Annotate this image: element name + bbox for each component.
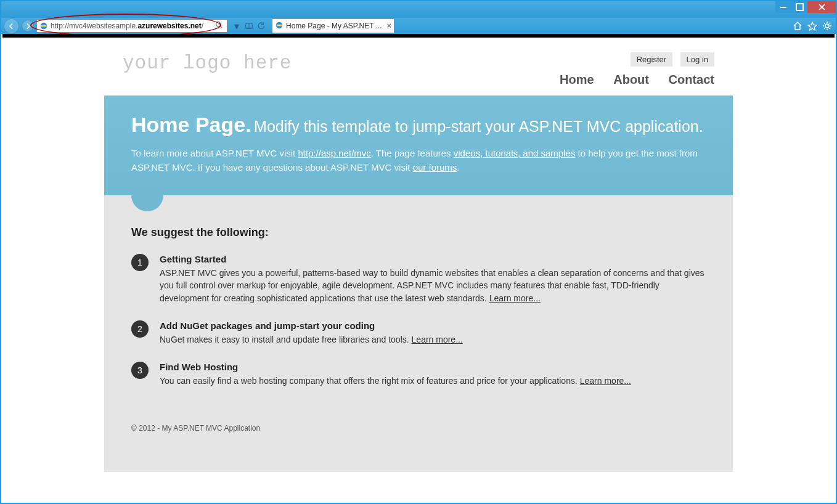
- ie-icon: [39, 22, 48, 30]
- browser-toolbar: http://mvc4websitesample.azurewebsites.n…: [1, 18, 836, 34]
- svg-point-4: [825, 24, 829, 28]
- hero-paragraph: To learn more about ASP.NET MVC visit ht…: [131, 147, 698, 174]
- window-close-button[interactable]: [807, 1, 836, 13]
- learn-more-link[interactable]: Learn more...: [489, 293, 541, 303]
- register-link[interactable]: Register: [631, 52, 672, 67]
- forward-button[interactable]: [22, 20, 34, 32]
- tab-close-icon[interactable]: ×: [387, 22, 391, 30]
- nav-contact[interactable]: Contact: [669, 73, 714, 86]
- hero-tab-bump: [131, 195, 163, 211]
- svg-point-1: [216, 22, 221, 26]
- address-tools: ▾: [231, 20, 267, 31]
- list-item: 1 Getting Started ASP.NET MVC gives you …: [131, 254, 706, 304]
- hero-subtitle: Modify this template to jump-start your …: [254, 118, 703, 135]
- address-bar-wrap: http://mvc4websitesample.azurewebsites.n…: [36, 19, 227, 33]
- page-header: your logo here Register Log in Home Abou…: [104, 38, 733, 87]
- dropdown-icon[interactable]: ▾: [231, 20, 242, 31]
- learn-more-link[interactable]: Learn more...: [580, 376, 631, 386]
- tools-icon[interactable]: [821, 20, 833, 32]
- account-links: Register Log in: [544, 52, 714, 67]
- window-titlebar: [1, 1, 836, 18]
- hero-banner: Home Page. Modify this template to jump-…: [104, 96, 733, 195]
- window-minimize-button[interactable]: [775, 1, 791, 13]
- search-icon[interactable]: [211, 21, 227, 31]
- hero-title: Home Page.: [131, 113, 251, 136]
- hero-link-samples[interactable]: videos, tutorials, and samples: [454, 148, 576, 158]
- page-viewport: your logo here Register Log in Home Abou…: [2, 34, 835, 502]
- hero-link-mvc[interactable]: http://asp.net/mvc: [298, 148, 370, 158]
- browser-tab[interactable]: Home Page - My ASP.NET ... ×: [272, 18, 394, 33]
- url-suffix: /: [202, 22, 203, 30]
- suggestions-heading: We suggest the following:: [131, 226, 706, 239]
- hero-link-forums[interactable]: our forums: [413, 162, 457, 173]
- list-item: 2 Add NuGet packages and jump-start your…: [131, 320, 706, 346]
- item-body: You can easily find a web hosting compan…: [160, 375, 631, 387]
- content-area: We suggest the following: 1 Getting Star…: [104, 195, 733, 472]
- home-icon[interactable]: [791, 20, 804, 32]
- address-bar[interactable]: http://mvc4websitesample.azurewebsites.n…: [36, 19, 227, 33]
- step-badge: 1: [131, 254, 149, 271]
- item-title: Add NuGet packages and jump-start your c…: [160, 320, 463, 331]
- step-badge: 2: [131, 320, 149, 338]
- nav-home[interactable]: Home: [560, 73, 594, 86]
- url-prefix: http://mvc4websitesample.: [51, 22, 137, 30]
- page-body: your logo here Register Log in Home Abou…: [104, 38, 733, 472]
- back-button[interactable]: [4, 18, 19, 34]
- list-item: 3 Find Web Hosting You can easily find a…: [131, 362, 706, 387]
- browser-window: http://mvc4websitesample.azurewebsites.n…: [0, 0, 837, 504]
- url-host: azurewebsites.net: [137, 22, 201, 30]
- hero-text: .: [457, 162, 459, 173]
- hero-text: . The page features: [371, 148, 454, 158]
- item-title: Getting Started: [160, 254, 706, 264]
- header-right: Register Log in Home About Contact: [544, 52, 714, 87]
- site-logo: your logo here: [123, 52, 292, 74]
- hero-text: To learn more about ASP.NET MVC visit: [131, 148, 298, 158]
- item-body: NuGet makes it easy to install and updat…: [160, 333, 463, 346]
- compat-view-icon[interactable]: [243, 20, 255, 31]
- tab-title: Home Page - My ASP.NET ...: [286, 22, 382, 30]
- window-maximize-button[interactable]: [791, 1, 807, 13]
- item-body: ASP.NET MVC gives you a powerful, patter…: [160, 267, 706, 304]
- login-link[interactable]: Log in: [680, 52, 714, 67]
- step-badge: 3: [131, 362, 149, 379]
- main-nav: Home About Contact: [544, 73, 714, 87]
- ie-icon: [275, 21, 284, 31]
- page-footer: © 2012 - My ASP.NET MVC Application: [104, 409, 733, 447]
- learn-more-link[interactable]: Learn more...: [412, 335, 463, 344]
- nav-about[interactable]: About: [613, 73, 649, 86]
- refresh-icon[interactable]: [256, 20, 267, 31]
- favorites-icon[interactable]: [806, 20, 819, 32]
- item-title: Find Web Hosting: [160, 362, 631, 372]
